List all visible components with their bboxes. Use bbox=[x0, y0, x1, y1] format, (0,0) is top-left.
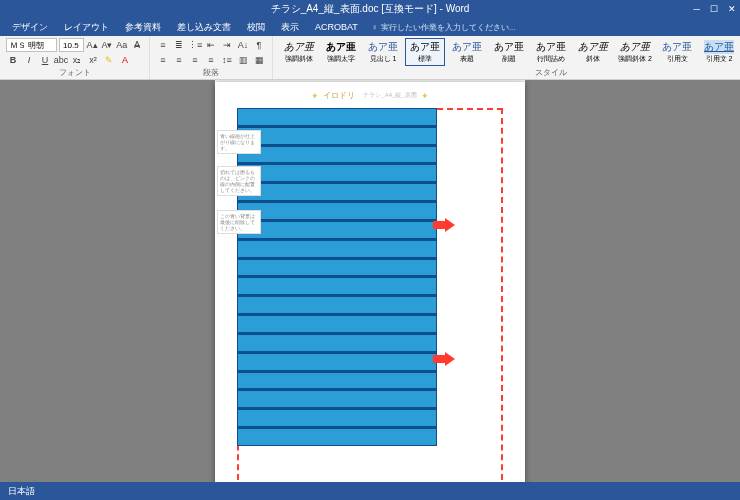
align-left-icon[interactable]: ≡ bbox=[156, 53, 170, 67]
tab-校閲[interactable]: 校閲 bbox=[239, 18, 273, 36]
document-workspace[interactable]: ✦ イロドリ チラシ_A4_縦_表面 ✦ 青い線画が仕上がり線になります。 切れ… bbox=[0, 80, 740, 482]
paragraph-group-label: 段落 bbox=[156, 67, 266, 78]
blue-stripe bbox=[238, 373, 436, 389]
style-引用文[interactable]: あア亜引用文 bbox=[657, 38, 697, 66]
style-見出し 1[interactable]: あア亜見出し 1 bbox=[363, 38, 403, 66]
status-language: 日本語 bbox=[8, 485, 35, 498]
style-斜体[interactable]: あア亜斜体 bbox=[573, 38, 613, 66]
window-title: チラシ_A4_縦_表面.doc [互換モード] - Word bbox=[271, 2, 470, 16]
clear-format-icon[interactable]: A̶ bbox=[130, 38, 143, 52]
blue-stripe bbox=[238, 260, 436, 276]
borders-icon[interactable]: ▦ bbox=[252, 53, 266, 67]
window-controls: ─ ☐ ✕ bbox=[694, 4, 736, 14]
tab-デザイン[interactable]: デザイン bbox=[4, 18, 56, 36]
style-行間詰め[interactable]: あア亜行間詰め bbox=[531, 38, 571, 66]
blue-stripe bbox=[238, 410, 436, 426]
paragraph-group: ≡ ≣ ⋮≡ ⇤ ⇥ A↓ ¶ ≡ ≡ ≡ ≡ ↕≡ ▥ ▦ 段落 bbox=[150, 36, 273, 79]
tab-レイアウト[interactable]: レイアウト bbox=[56, 18, 117, 36]
justify-icon[interactable]: ≡ bbox=[204, 53, 218, 67]
blue-stripe bbox=[238, 335, 436, 351]
blue-stripe bbox=[238, 165, 436, 181]
change-case-icon[interactable]: Aa bbox=[115, 38, 128, 52]
ribbon: ＭＳ 明朝 10.5 A▴ A▾ Aa A̶ B I U abc x₂ x² ✎… bbox=[0, 36, 740, 80]
decrease-indent-icon[interactable]: ⇤ bbox=[204, 38, 218, 52]
font-group-label: フォント bbox=[6, 67, 143, 78]
star-icon: ✦ bbox=[421, 91, 429, 101]
styles-group-label: スタイル bbox=[279, 67, 740, 78]
subscript-icon[interactable]: x₂ bbox=[70, 53, 84, 67]
blue-stripe bbox=[238, 278, 436, 294]
font-size-select[interactable]: 10.5 bbox=[59, 38, 84, 52]
star-icon: ✦ bbox=[311, 91, 319, 101]
shrink-font-icon[interactable]: A▾ bbox=[100, 38, 113, 52]
blue-stripe bbox=[238, 147, 436, 163]
tell-me-search[interactable]: ♀ 実行したい作業を入力してください... bbox=[372, 22, 516, 33]
ribbon-tabs: デザインレイアウト参考資料差し込み文書校閲表示ACROBAT ♀ 実行したい作業… bbox=[0, 18, 740, 36]
bullets-icon[interactable]: ≡ bbox=[156, 38, 170, 52]
tab-ACROBAT[interactable]: ACROBAT bbox=[307, 18, 366, 36]
page[interactable]: ✦ イロドリ チラシ_A4_縦_表面 ✦ 青い線画が仕上がり線になります。 切れ… bbox=[215, 82, 525, 482]
close-icon[interactable]: ✕ bbox=[728, 4, 736, 14]
tab-参考資料[interactable]: 参考資料 bbox=[117, 18, 169, 36]
style-引用文 2[interactable]: あア亜引用文 2 bbox=[699, 38, 739, 66]
header-sub-text: チラシ_A4_縦_表面 bbox=[363, 91, 416, 100]
blue-stripe bbox=[238, 391, 436, 407]
minimize-icon[interactable]: ─ bbox=[694, 4, 700, 14]
font-group: ＭＳ 明朝 10.5 A▴ A▾ Aa A̶ B I U abc x₂ x² ✎… bbox=[0, 36, 150, 79]
tab-表示[interactable]: 表示 bbox=[273, 18, 307, 36]
grow-font-icon[interactable]: A▴ bbox=[86, 38, 99, 52]
increase-indent-icon[interactable]: ⇥ bbox=[220, 38, 234, 52]
tab-差し込み文書[interactable]: 差し込み文書 bbox=[169, 18, 239, 36]
align-center-icon[interactable]: ≡ bbox=[172, 53, 186, 67]
blue-stripe bbox=[238, 222, 436, 238]
margin-note: この青い背景は最後に削除してください。 bbox=[217, 210, 261, 234]
style-表題[interactable]: あア亜表題 bbox=[447, 38, 487, 66]
numbering-icon[interactable]: ≣ bbox=[172, 38, 186, 52]
arrow-icon bbox=[433, 218, 455, 232]
font-name-select[interactable]: ＭＳ 明朝 bbox=[6, 38, 57, 52]
align-right-icon[interactable]: ≡ bbox=[188, 53, 202, 67]
show-marks-icon[interactable]: ¶ bbox=[252, 38, 266, 52]
font-color-icon[interactable]: A bbox=[118, 53, 132, 67]
sort-icon[interactable]: A↓ bbox=[236, 38, 250, 52]
title-bar: チラシ_A4_縦_表面.doc [互換モード] - Word ─ ☐ ✕ bbox=[0, 0, 740, 18]
blue-stripe bbox=[238, 109, 436, 125]
shading-icon[interactable]: ▥ bbox=[236, 53, 250, 67]
header-logo-text: イロドリ bbox=[323, 90, 355, 101]
margin-note: 切れては困るものは、ピンクの線の内側に配置してください。 bbox=[217, 166, 261, 196]
lightbulb-icon: ♀ bbox=[372, 23, 378, 32]
arrow-icon bbox=[433, 352, 455, 366]
superscript-icon[interactable]: x² bbox=[86, 53, 100, 67]
blue-stripe bbox=[238, 354, 436, 370]
blue-stripe bbox=[238, 241, 436, 257]
italic-icon[interactable]: I bbox=[22, 53, 36, 67]
line-spacing-icon[interactable]: ↕≡ bbox=[220, 53, 234, 67]
style-強調斜体[interactable]: あア亜強調斜体 bbox=[279, 38, 319, 66]
blue-stripe bbox=[238, 316, 436, 332]
bold-icon[interactable]: B bbox=[6, 53, 20, 67]
blue-stripe bbox=[238, 297, 436, 313]
style-強調斜体 2[interactable]: あア亜強調斜体 2 bbox=[615, 38, 655, 66]
status-bar: 日本語 bbox=[0, 482, 740, 500]
blue-stripe bbox=[238, 184, 436, 200]
maximize-icon[interactable]: ☐ bbox=[710, 4, 718, 14]
multilevel-icon[interactable]: ⋮≡ bbox=[188, 38, 202, 52]
blue-stripe bbox=[238, 203, 436, 219]
strike-icon[interactable]: abc bbox=[54, 53, 68, 67]
highlight-icon[interactable]: ✎ bbox=[102, 53, 116, 67]
blue-stripe bbox=[238, 128, 436, 144]
styles-group: あア亜強調斜体あア亜強調太字あア亜見出し 1あア亜標準あア亜表題あア亜副題あア亜… bbox=[273, 36, 740, 79]
style-標準[interactable]: あア亜標準 bbox=[405, 38, 445, 66]
style-副題[interactable]: あア亜副題 bbox=[489, 38, 529, 66]
margin-note: 青い線画が仕上がり線になります。 bbox=[217, 130, 261, 154]
page-header: ✦ イロドリ チラシ_A4_縦_表面 ✦ bbox=[215, 90, 525, 101]
underline-icon[interactable]: U bbox=[38, 53, 52, 67]
blue-stripe bbox=[238, 429, 436, 445]
style-強調太字[interactable]: あア亜強調太字 bbox=[321, 38, 361, 66]
blue-striped-area[interactable] bbox=[237, 108, 437, 446]
